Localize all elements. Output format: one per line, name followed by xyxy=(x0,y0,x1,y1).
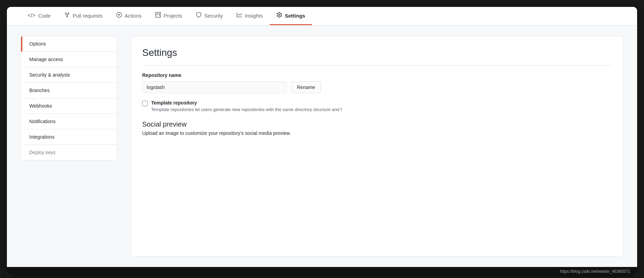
security-icon xyxy=(196,12,201,19)
template-repo-row: Template repository Template repositorie… xyxy=(142,100,612,112)
content-area: Options Manage access Security & analysi… xyxy=(7,26,637,267)
sidebar-item-manage-access[interactable]: Manage access xyxy=(21,52,117,67)
nav-item-settings[interactable]: Settings xyxy=(270,7,312,25)
repo-name-section: Repository name Rename xyxy=(142,72,612,93)
page-title: Settings xyxy=(142,47,612,58)
sidebar-item-branches[interactable]: Branches xyxy=(21,83,117,98)
template-repo-description: Template repositories let users generate… xyxy=(151,107,342,112)
pull-requests-icon xyxy=(64,12,70,19)
sidebar-item-notifications[interactable]: Notifications xyxy=(21,114,117,129)
repo-name-input[interactable] xyxy=(142,81,287,93)
social-preview-section: Social preview Upload an image to custom… xyxy=(142,120,612,136)
sidebar-item-deploy-keys[interactable]: Deploy keys xyxy=(21,145,117,160)
nav-item-pull-requests[interactable]: Pull requests xyxy=(58,7,110,25)
top-nav: </> Code Pull requests Actions xyxy=(7,7,637,26)
social-preview-description: Upload an image to customize your reposi… xyxy=(142,130,612,136)
nav-item-actions[interactable]: Actions xyxy=(110,7,148,25)
repo-name-row: Rename xyxy=(142,81,612,93)
sidebar-item-integrations[interactable]: Integrations xyxy=(21,129,117,145)
social-preview-title: Social preview xyxy=(142,120,612,128)
repo-name-label: Repository name xyxy=(142,72,612,78)
nav-item-security[interactable]: Security xyxy=(189,7,230,25)
main-content: Settings Repository name Rename Template… xyxy=(131,36,623,257)
projects-icon xyxy=(155,12,161,19)
footer-url: https://blog.csdn.net/weixin_46380571 xyxy=(560,269,630,274)
nav-item-code[interactable]: </> Code xyxy=(21,7,58,25)
bottom-bar: https://blog.csdn.net/weixin_46380571 xyxy=(7,267,637,276)
sidebar-item-options[interactable]: Options xyxy=(21,36,117,52)
template-repo-checkbox[interactable] xyxy=(142,101,148,106)
actions-icon xyxy=(116,12,122,19)
divider xyxy=(142,65,612,66)
insights-icon xyxy=(237,12,242,19)
sidebar: Options Manage access Security & analysi… xyxy=(21,36,117,160)
template-repo-label[interactable]: Template repository xyxy=(151,100,197,106)
code-icon: </> xyxy=(28,12,35,19)
rename-button[interactable]: Rename xyxy=(291,81,321,93)
nav-item-projects[interactable]: Projects xyxy=(148,7,189,25)
nav-item-insights[interactable]: Insights xyxy=(230,7,270,25)
settings-icon xyxy=(277,12,282,19)
sidebar-item-webhooks[interactable]: Webhooks xyxy=(21,98,117,114)
sidebar-item-security-analysis[interactable]: Security & analysis xyxy=(21,67,117,83)
